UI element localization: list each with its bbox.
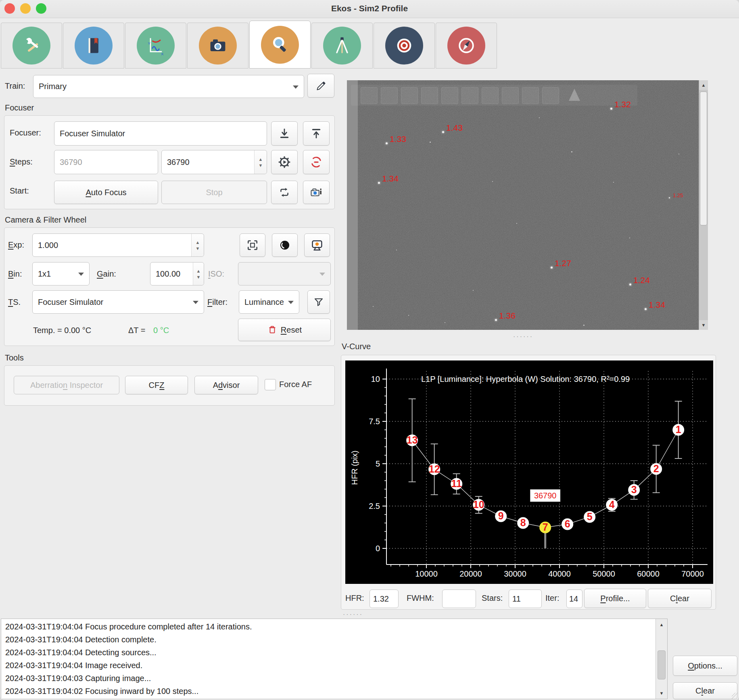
tab-focus[interactable] <box>249 21 311 69</box>
spin-down-icon[interactable]: ▼ <box>259 163 263 168</box>
spin-up-icon[interactable]: ▲ <box>196 240 200 245</box>
spinner[interactable]: ▲▼ <box>254 150 267 174</box>
temperature-text: Temp. = 0.00 °C <box>33 326 91 335</box>
mount-icon <box>323 27 361 65</box>
tools-group-title: Tools <box>5 353 24 362</box>
pencil-icon <box>315 80 327 92</box>
filter-settings-button[interactable] <box>307 290 330 314</box>
scroll-up-icon[interactable]: ▲ <box>699 80 708 90</box>
vcurve-chart[interactable]: 02.557.510100002000030000400005000060000… <box>345 360 713 584</box>
spin-up-icon[interactable]: ▲ <box>259 157 263 162</box>
hfr-field: 1.32 <box>370 590 399 608</box>
train-select[interactable]: Primary <box>33 75 304 98</box>
tab-mount[interactable] <box>311 23 373 69</box>
log-scrollbar[interactable]: ▲ ▼ <box>655 619 667 699</box>
stars-field: 11 <box>509 590 542 608</box>
binning-label: Bin: <box>8 269 22 279</box>
dark-disc-icon <box>279 239 291 251</box>
tab-setup[interactable] <box>1 23 62 69</box>
star <box>669 197 670 198</box>
full-frame-button[interactable] <box>240 233 265 257</box>
focuser-device-field[interactable]: Focuser Simulator <box>54 121 267 146</box>
star-hfr-label: 1.32 <box>614 100 631 109</box>
splitter-handle[interactable]: ······ <box>343 611 363 618</box>
loop-capture-button[interactable] <box>271 181 298 204</box>
cfz-button[interactable]: CFZ <box>125 376 188 394</box>
svg-text:10000: 10000 <box>415 569 438 578</box>
svg-text:7: 7 <box>543 521 548 533</box>
tab-scheduler[interactable] <box>63 23 124 69</box>
webcam-icon <box>311 239 324 252</box>
gain-spinbox[interactable]: 100.00 ▲▼ <box>150 262 204 285</box>
starfield-image <box>347 80 708 330</box>
svg-text:11: 11 <box>451 478 462 489</box>
binning-select[interactable]: 1x1 <box>32 262 90 285</box>
focuser-group-title: Focuser <box>5 103 34 112</box>
edit-train-button[interactable] <box>307 74 334 98</box>
advisor-label: Advisor <box>213 381 240 390</box>
focuser-device-label: Focuser: <box>10 128 41 138</box>
auto-focus-label: Auto Focus <box>86 188 126 197</box>
svg-text:2.5: 2.5 <box>369 502 380 510</box>
scroll-down-icon[interactable]: ▼ <box>656 688 667 698</box>
chevron-down-icon <box>293 85 299 89</box>
log-line: 2024-03-31T19:04:04 Focus procedure comp… <box>5 622 252 631</box>
tab-guide[interactable] <box>374 23 435 69</box>
svg-text:13: 13 <box>407 434 418 446</box>
svg-text:L1P [Luminance]: Hyperbola (W): L1P [Luminance]: Hyperbola (W) Solution:… <box>421 375 630 383</box>
tab-align[interactable] <box>436 23 497 69</box>
spin-down-icon[interactable]: ▼ <box>196 246 200 251</box>
star <box>583 325 585 326</box>
chevron-down-icon <box>288 301 294 304</box>
filter-select[interactable]: Luminance <box>239 290 299 314</box>
telescope-select[interactable]: Focuser Simulator <box>32 290 204 314</box>
advisor-button[interactable]: Advisor <box>194 376 258 394</box>
scroll-down-icon[interactable]: ▼ <box>699 320 708 330</box>
log-view[interactable]: 2024-03-31T19:04:04 Focus procedure comp… <box>1 619 668 699</box>
log-options-button[interactable]: Options... <box>673 656 737 676</box>
svg-text:9: 9 <box>498 510 504 521</box>
focus-image-view[interactable]: 1.321.431.331.341.251.271.241.341.36 ▲ ▼ <box>347 80 708 330</box>
focus-out-button[interactable] <box>303 121 330 146</box>
spin-down-icon[interactable]: ▼ <box>196 275 201 279</box>
stop-focuser-button[interactable] <box>303 150 330 174</box>
capture-image-button[interactable] <box>303 181 330 204</box>
profile-button[interactable]: Profile... <box>584 589 646 608</box>
star-hfr-label: 1.33 <box>390 134 406 144</box>
log-line: 2024-03-31T19:04:04 Detection complete. <box>5 635 157 644</box>
window-title: Ekos - Sim2 Profile <box>0 4 739 13</box>
go-to-position-button[interactable] <box>271 150 298 174</box>
splitter-handle[interactable]: ······ <box>513 333 533 340</box>
live-video-button[interactable] <box>304 233 330 257</box>
reset-button[interactable]: Reset <box>238 319 331 341</box>
image-scrollbar[interactable]: ▲ ▼ <box>699 80 708 330</box>
star <box>613 182 614 183</box>
ghost-toolbar-icon <box>542 87 559 104</box>
scroll-up-icon[interactable]: ▲ <box>656 620 667 629</box>
focus-icon <box>261 26 299 64</box>
force-af-checkbox[interactable] <box>265 379 276 390</box>
scrollbar-thumb[interactable] <box>700 92 707 225</box>
spinner[interactable]: ▲▼ <box>191 234 204 256</box>
show-annotations-toggle[interactable] <box>272 233 298 257</box>
spinner[interactable]: ▲▼ <box>193 262 204 285</box>
spin-up-icon[interactable]: ▲ <box>196 269 201 273</box>
log-clear-button[interactable]: Clear <box>673 682 737 699</box>
tab-capture[interactable] <box>187 23 248 69</box>
vcurve-clear-button[interactable]: Clear <box>648 589 712 608</box>
star-hfr-label: 1.34 <box>649 300 665 310</box>
stars-value: 11 <box>512 594 521 604</box>
focus-in-button[interactable] <box>271 121 298 146</box>
resize-grip[interactable] <box>732 693 738 699</box>
tab-analyze[interactable]: YX <box>125 23 186 69</box>
vcurve-clear-label: Clear <box>670 594 689 603</box>
guide-icon <box>385 27 423 65</box>
auto-focus-button[interactable]: Auto Focus <box>54 181 158 204</box>
log-options-label: Options... <box>688 661 722 671</box>
scrollbar-thumb[interactable] <box>658 650 666 679</box>
svg-text:30000: 30000 <box>504 569 526 578</box>
train-label: Train: <box>5 81 25 91</box>
exposure-spinbox[interactable]: 1.000 ▲▼ <box>32 233 204 257</box>
ghost-toolbar-icon <box>502 87 519 104</box>
steps-target-spinbox[interactable]: 36790 ▲▼ <box>161 150 267 174</box>
